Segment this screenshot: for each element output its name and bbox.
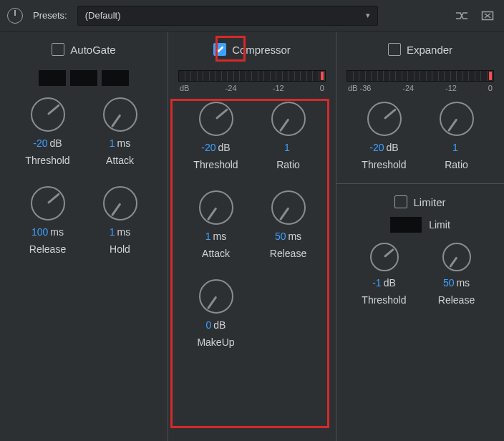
compressor-makeup-label: MakeUp — [197, 336, 234, 348]
compressor-threshold-label: Threshold — [193, 159, 238, 170]
compressor-attack-knob[interactable] — [199, 190, 233, 225]
autogate-release-knob[interactable] — [31, 186, 65, 220]
power-icon[interactable] — [7, 8, 23, 24]
compressor-release-label: Release — [270, 248, 306, 259]
presets-value: (Default) — [85, 10, 121, 21]
limiter-meter — [390, 217, 422, 233]
limiter-threshold-label: Threshold — [362, 294, 406, 306]
expander-ratio-value: 1 — [452, 142, 460, 153]
expander-threshold-label: Threshold — [362, 159, 406, 170]
compressor-meter-scale: dB-24-120 — [178, 84, 326, 92]
expander-section: Expander dB -36-24-120 -20dB Threshold 1… — [336, 32, 504, 441]
routing-icon[interactable] — [452, 6, 471, 25]
compressor-ratio-value: 1 — [284, 142, 292, 153]
expander-meter — [346, 70, 494, 82]
expander-title: Expander — [407, 44, 452, 56]
limiter-release-value: 50ms — [443, 277, 470, 289]
close-panel-icon[interactable] — [478, 6, 497, 25]
autogate-hold-knob[interactable] — [103, 186, 137, 220]
top-toolbar: Presets: (Default) ▾ — [0, 0, 504, 32]
expander-threshold-value: -20dB — [369, 142, 398, 153]
compressor-threshold-value: -20dB — [201, 142, 230, 153]
autogate-title: AutoGate — [70, 44, 115, 56]
autogate-threshold-knob[interactable] — [31, 97, 65, 132]
limiter-title: Limiter — [413, 196, 445, 208]
autogate-release-value: 100ms — [32, 226, 64, 238]
limiter-threshold-knob[interactable] — [370, 243, 399, 271]
autogate-hold-label: Hold — [110, 243, 130, 255]
presets-dropdown[interactable]: (Default) ▾ — [77, 6, 378, 26]
compressor-section: Compressor dB-24-120 -20dB Threshold 1 R… — [168, 32, 336, 441]
autogate-section: AutoGate -20dB Threshold 1ms Attack 100m… — [0, 32, 168, 441]
compressor-release-value: 50ms — [275, 231, 301, 242]
limiter-threshold-value: -1dB — [372, 277, 396, 289]
autogate-meter — [6, 70, 162, 87]
compressor-release-knob[interactable] — [271, 190, 306, 225]
expander-threshold-knob[interactable] — [367, 102, 402, 136]
limiter-release-knob[interactable] — [442, 243, 471, 271]
autogate-threshold-value: -20dB — [33, 137, 62, 149]
autogate-attack-label: Attack — [106, 155, 134, 166]
autogate-checkbox[interactable] — [52, 43, 64, 56]
compressor-makeup-value: 0dB — [206, 319, 226, 331]
presets-label: Presets: — [30, 10, 70, 21]
limiter-release-label: Release — [438, 294, 475, 306]
autogate-hold-value: 1ms — [110, 226, 130, 238]
compressor-title: Compressor — [232, 44, 291, 56]
compressor-ratio-label: Ratio — [276, 159, 300, 170]
autogate-attack-value: 1ms — [110, 137, 130, 149]
limiter-checkbox[interactable] — [394, 195, 407, 208]
expander-ratio-label: Ratio — [445, 159, 468, 170]
expander-ratio-knob[interactable] — [440, 102, 474, 136]
chevron-down-icon: ▾ — [366, 11, 370, 20]
expander-meter-scale: dB -36-24-120 — [346, 84, 494, 92]
compressor-checkbox[interactable] — [213, 43, 226, 56]
compressor-threshold-knob[interactable] — [199, 102, 233, 136]
limiter-limit-label: Limit — [429, 219, 450, 231]
compressor-meter — [178, 70, 326, 82]
autogate-attack-knob[interactable] — [103, 97, 137, 132]
autogate-threshold-label: Threshold — [25, 155, 69, 166]
autogate-release-label: Release — [29, 243, 66, 255]
expander-checkbox[interactable] — [388, 43, 401, 56]
compressor-ratio-knob[interactable] — [271, 102, 306, 136]
compressor-makeup-knob[interactable] — [199, 279, 233, 314]
compressor-attack-label: Attack — [202, 248, 230, 259]
compressor-attack-value: 1ms — [205, 231, 226, 242]
